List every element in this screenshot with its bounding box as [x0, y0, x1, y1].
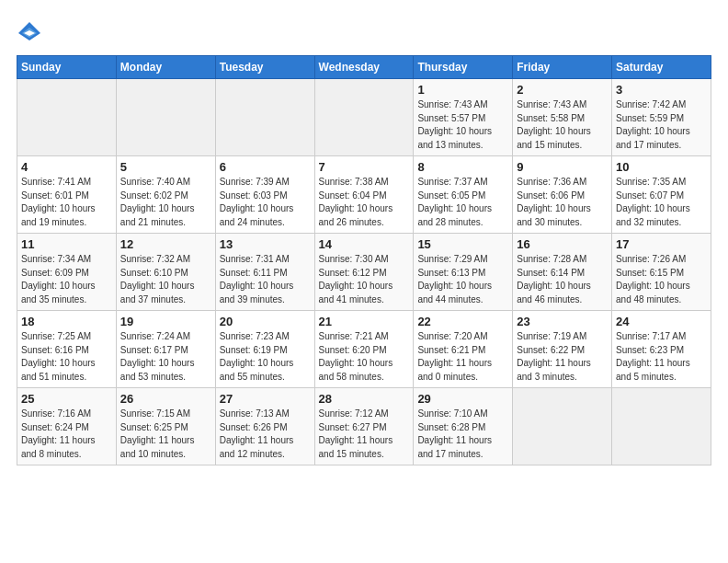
- day-header-wednesday: Wednesday: [314, 56, 414, 79]
- logo-icon: [17, 20, 42, 46]
- day-number: 28: [319, 392, 410, 406]
- day-number: 9: [517, 160, 608, 174]
- day-info: Sunrise: 7:43 AM Sunset: 5:57 PM Dayligh…: [417, 98, 508, 152]
- logo: [17, 20, 46, 46]
- calendar-cell: [513, 388, 612, 465]
- day-info: Sunrise: 7:30 AM Sunset: 6:12 PM Dayligh…: [319, 253, 410, 306]
- day-number: 15: [417, 237, 508, 251]
- calendar-cell: 29Sunrise: 7:10 AM Sunset: 6:28 PM Dayli…: [414, 388, 513, 465]
- day-number: 5: [120, 160, 211, 174]
- calendar-week-1: 4Sunrise: 7:41 AM Sunset: 6:01 PM Daylig…: [17, 156, 711, 234]
- day-number: 1: [417, 83, 508, 97]
- calendar-cell: 11Sunrise: 7:34 AM Sunset: 6:09 PM Dayli…: [17, 234, 117, 311]
- day-info: Sunrise: 7:31 AM Sunset: 6:11 PM Dayligh…: [220, 253, 311, 306]
- day-number: 11: [21, 237, 112, 251]
- calendar-cell: 20Sunrise: 7:23 AM Sunset: 6:19 PM Dayli…: [215, 311, 314, 388]
- calendar-week-0: 1Sunrise: 7:43 AM Sunset: 5:57 PM Daylig…: [17, 79, 711, 156]
- day-info: Sunrise: 7:23 AM Sunset: 6:19 PM Dayligh…: [220, 330, 311, 384]
- day-info: Sunrise: 7:19 AM Sunset: 6:22 PM Dayligh…: [517, 330, 608, 384]
- calendar-cell: 16Sunrise: 7:28 AM Sunset: 6:14 PM Dayli…: [513, 234, 612, 311]
- day-info: Sunrise: 7:13 AM Sunset: 6:26 PM Dayligh…: [220, 408, 311, 461]
- day-info: Sunrise: 7:25 AM Sunset: 6:16 PM Dayligh…: [21, 330, 112, 384]
- calendar-cell: 12Sunrise: 7:32 AM Sunset: 6:10 PM Dayli…: [116, 234, 215, 311]
- day-number: 26: [120, 392, 211, 406]
- calendar-cell: 26Sunrise: 7:15 AM Sunset: 6:25 PM Dayli…: [116, 388, 215, 465]
- day-number: 29: [417, 392, 508, 406]
- day-number: 4: [21, 160, 112, 174]
- calendar-cell: 9Sunrise: 7:36 AM Sunset: 6:06 PM Daylig…: [513, 156, 612, 234]
- day-number: 25: [21, 392, 112, 406]
- day-number: 3: [616, 83, 707, 97]
- day-info: Sunrise: 7:42 AM Sunset: 5:59 PM Dayligh…: [616, 98, 707, 152]
- day-info: Sunrise: 7:28 AM Sunset: 6:14 PM Dayligh…: [517, 253, 608, 306]
- calendar-cell: 8Sunrise: 7:37 AM Sunset: 6:05 PM Daylig…: [414, 156, 513, 234]
- day-info: Sunrise: 7:40 AM Sunset: 6:02 PM Dayligh…: [120, 176, 211, 229]
- calendar-week-4: 25Sunrise: 7:16 AM Sunset: 6:24 PM Dayli…: [17, 388, 711, 465]
- calendar-cell: 19Sunrise: 7:24 AM Sunset: 6:17 PM Dayli…: [116, 311, 215, 388]
- calendar-cell: 15Sunrise: 7:29 AM Sunset: 6:13 PM Dayli…: [414, 234, 513, 311]
- calendar-week-3: 18Sunrise: 7:25 AM Sunset: 6:16 PM Dayli…: [17, 311, 711, 388]
- calendar-cell: 7Sunrise: 7:38 AM Sunset: 6:04 PM Daylig…: [314, 156, 414, 234]
- day-number: 8: [417, 160, 508, 174]
- day-number: 27: [220, 392, 311, 406]
- day-info: Sunrise: 7:39 AM Sunset: 6:03 PM Dayligh…: [220, 176, 311, 229]
- calendar-cell: 10Sunrise: 7:35 AM Sunset: 6:07 PM Dayli…: [612, 156, 711, 234]
- calendar-cell: 4Sunrise: 7:41 AM Sunset: 6:01 PM Daylig…: [17, 156, 117, 234]
- day-info: Sunrise: 7:29 AM Sunset: 6:13 PM Dayligh…: [417, 253, 508, 306]
- day-number: 7: [319, 160, 410, 174]
- calendar-cell: 5Sunrise: 7:40 AM Sunset: 6:02 PM Daylig…: [116, 156, 215, 234]
- day-info: Sunrise: 7:20 AM Sunset: 6:21 PM Dayligh…: [417, 330, 508, 384]
- calendar-cell: [215, 79, 314, 156]
- day-info: Sunrise: 7:37 AM Sunset: 6:05 PM Dayligh…: [417, 176, 508, 229]
- page-container: SundayMondayTuesdayWednesdayThursdayFrid…: [0, 0, 728, 475]
- day-info: Sunrise: 7:36 AM Sunset: 6:06 PM Dayligh…: [517, 176, 608, 229]
- calendar-cell: [314, 79, 414, 156]
- day-info: Sunrise: 7:32 AM Sunset: 6:10 PM Dayligh…: [120, 253, 211, 306]
- day-info: Sunrise: 7:34 AM Sunset: 6:09 PM Dayligh…: [21, 253, 112, 306]
- day-info: Sunrise: 7:26 AM Sunset: 6:15 PM Dayligh…: [616, 253, 707, 306]
- day-number: 12: [120, 237, 211, 251]
- calendar-cell: 22Sunrise: 7:20 AM Sunset: 6:21 PM Dayli…: [414, 311, 513, 388]
- header: [17, 17, 711, 46]
- day-number: 17: [616, 237, 707, 251]
- day-header-tuesday: Tuesday: [215, 56, 314, 79]
- day-number: 24: [616, 315, 707, 328]
- calendar-cell: 1Sunrise: 7:43 AM Sunset: 5:57 PM Daylig…: [414, 79, 513, 156]
- day-number: 21: [319, 315, 410, 328]
- day-number: 6: [220, 160, 311, 174]
- calendar-cell: 6Sunrise: 7:39 AM Sunset: 6:03 PM Daylig…: [215, 156, 314, 234]
- day-info: Sunrise: 7:15 AM Sunset: 6:25 PM Dayligh…: [120, 408, 211, 461]
- day-number: 10: [616, 160, 707, 174]
- day-header-friday: Friday: [513, 56, 612, 79]
- calendar-cell: 2Sunrise: 7:43 AM Sunset: 5:58 PM Daylig…: [513, 79, 612, 156]
- calendar-cell: 14Sunrise: 7:30 AM Sunset: 6:12 PM Dayli…: [314, 234, 414, 311]
- calendar-cell: 25Sunrise: 7:16 AM Sunset: 6:24 PM Dayli…: [17, 388, 117, 465]
- day-number: 22: [417, 315, 508, 328]
- day-number: 2: [517, 83, 608, 97]
- day-number: 19: [120, 315, 211, 328]
- day-info: Sunrise: 7:38 AM Sunset: 6:04 PM Dayligh…: [319, 176, 410, 229]
- calendar-cell: 3Sunrise: 7:42 AM Sunset: 5:59 PM Daylig…: [612, 79, 711, 156]
- calendar-cell: [612, 388, 711, 465]
- calendar-cell: [17, 79, 117, 156]
- calendar-cell: 18Sunrise: 7:25 AM Sunset: 6:16 PM Dayli…: [17, 311, 117, 388]
- calendar-cell: 28Sunrise: 7:12 AM Sunset: 6:27 PM Dayli…: [314, 388, 414, 465]
- calendar-header-row: SundayMondayTuesdayWednesdayThursdayFrid…: [17, 56, 711, 79]
- day-info: Sunrise: 7:41 AM Sunset: 6:01 PM Dayligh…: [21, 176, 112, 229]
- day-info: Sunrise: 7:43 AM Sunset: 5:58 PM Dayligh…: [517, 98, 608, 152]
- day-number: 14: [319, 237, 410, 251]
- day-number: 16: [517, 237, 608, 251]
- day-info: Sunrise: 7:24 AM Sunset: 6:17 PM Dayligh…: [120, 330, 211, 384]
- day-info: Sunrise: 7:35 AM Sunset: 6:07 PM Dayligh…: [616, 176, 707, 229]
- day-number: 18: [21, 315, 112, 328]
- calendar-cell: 23Sunrise: 7:19 AM Sunset: 6:22 PM Dayli…: [513, 311, 612, 388]
- day-info: Sunrise: 7:16 AM Sunset: 6:24 PM Dayligh…: [21, 408, 112, 461]
- day-header-sunday: Sunday: [17, 56, 117, 79]
- day-header-thursday: Thursday: [414, 56, 513, 79]
- calendar-week-2: 11Sunrise: 7:34 AM Sunset: 6:09 PM Dayli…: [17, 234, 711, 311]
- day-number: 23: [517, 315, 608, 328]
- day-info: Sunrise: 7:12 AM Sunset: 6:27 PM Dayligh…: [319, 408, 410, 461]
- calendar-table: SundayMondayTuesdayWednesdayThursdayFrid…: [17, 55, 711, 465]
- day-number: 13: [220, 237, 311, 251]
- calendar-cell: 13Sunrise: 7:31 AM Sunset: 6:11 PM Dayli…: [215, 234, 314, 311]
